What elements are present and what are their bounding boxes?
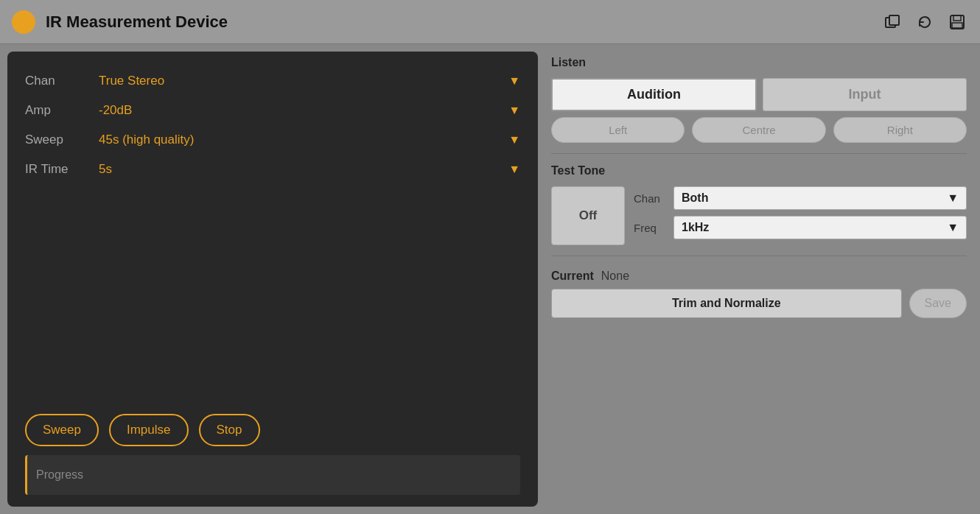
off-button[interactable]: Off [551, 186, 625, 245]
freq-dropdown-label: Freq [634, 222, 668, 234]
test-tone-section: Test Tone Off Chan Both ▼ Freq [551, 164, 967, 245]
left-channel-button[interactable]: Left [551, 117, 685, 143]
test-tone-label: Test Tone [551, 164, 967, 177]
main-content: Chan True Stereo ▼ Amp -20dB ▼ Sweep 45s… [0, 44, 980, 514]
window-title: IR Measurement Device [46, 13, 881, 32]
freq-dropdown-value: 1kHz [682, 221, 709, 234]
sweep-label: Sweep [25, 133, 99, 147]
right-panel: Listen Audition Input Left Centre Right … [545, 52, 973, 507]
action-buttons: Sweep Impulse Stop [25, 414, 520, 446]
amp-dropdown-arrow[interactable]: ▼ [508, 104, 520, 117]
sweep-dropdown-arrow[interactable]: ▼ [508, 133, 520, 147]
svg-rect-3 [953, 15, 961, 21]
bottom-buttons: Trim and Normalize Save [551, 289, 967, 318]
irtime-label: IR Time [25, 162, 99, 177]
title-circle-icon [12, 10, 35, 34]
centre-channel-button[interactable]: Centre [692, 117, 825, 143]
svg-rect-1 [889, 15, 899, 25]
audition-button[interactable]: Audition [551, 78, 757, 111]
chan-label: Chan [25, 74, 99, 88]
window: IR Measurement Device [0, 0, 980, 514]
divider-1 [551, 153, 967, 154]
test-tone-body: Off Chan Both ▼ Freq 1kHz [551, 186, 967, 245]
input-button[interactable]: Input [763, 78, 967, 111]
impulse-button[interactable]: Impulse [109, 414, 189, 446]
chan-dropdown-label: Chan [634, 192, 668, 205]
chan-dropdown-arrow[interactable]: ▼ [508, 74, 520, 88]
freq-dropdown[interactable]: 1kHz ▼ [673, 216, 967, 239]
svg-rect-4 [952, 23, 962, 28]
chan-dropdown[interactable]: Both ▼ [673, 186, 967, 210]
chan-value: True Stereo [99, 74, 503, 88]
chan-dd-arrow-icon: ▼ [947, 191, 959, 205]
current-value: None [601, 270, 629, 283]
amp-label: Amp [25, 103, 99, 118]
chan-dropdown-row: Chan Both ▼ [634, 186, 967, 210]
refresh-icon[interactable] [914, 11, 936, 33]
progress-text: Progress [36, 468, 83, 482]
left-panel: Chan True Stereo ▼ Amp -20dB ▼ Sweep 45s… [7, 52, 538, 507]
divider-2 [551, 256, 967, 256]
listen-section-label: Listen [551, 56, 967, 69]
param-row-chan: Chan True Stereo ▼ [25, 66, 520, 96]
listen-audition-input-row: Audition Input [551, 78, 967, 111]
channel-row: Left Centre Right [551, 117, 967, 143]
progress-area: Progress [25, 455, 520, 495]
save-button[interactable]: Save [909, 289, 967, 318]
freq-dropdown-row: Freq 1kHz ▼ [634, 216, 967, 239]
save-icon[interactable] [946, 11, 968, 33]
irtime-dropdown-arrow[interactable]: ▼ [508, 163, 520, 176]
listen-section: Listen Audition Input Left Centre Right [551, 56, 967, 143]
current-row: Current None [551, 270, 967, 283]
freq-dd-arrow-icon: ▼ [947, 221, 959, 234]
titlebar: IR Measurement Device [0, 0, 980, 44]
current-section: Current None Trim and Normalize Save [551, 270, 967, 318]
right-channel-button[interactable]: Right [833, 117, 967, 143]
chan-dropdown-value: Both [682, 191, 708, 205]
test-tone-params: Chan Both ▼ Freq 1kHz ▼ [634, 186, 967, 245]
amp-value: -20dB [99, 103, 503, 118]
irtime-value: 5s [99, 162, 503, 177]
param-row-amp: Amp -20dB ▼ [25, 96, 520, 125]
current-label: Current [551, 270, 594, 283]
restore-icon[interactable] [881, 11, 903, 33]
param-row-irtime: IR Time 5s ▼ [25, 155, 520, 184]
param-row-sweep: Sweep 45s (high quality) ▼ [25, 125, 520, 155]
stop-button[interactable]: Stop [199, 414, 260, 446]
sweep-button[interactable]: Sweep [25, 414, 99, 446]
titlebar-icons [881, 11, 968, 33]
trim-normalize-button[interactable]: Trim and Normalize [551, 289, 902, 318]
sweep-value: 45s (high quality) [99, 133, 503, 147]
